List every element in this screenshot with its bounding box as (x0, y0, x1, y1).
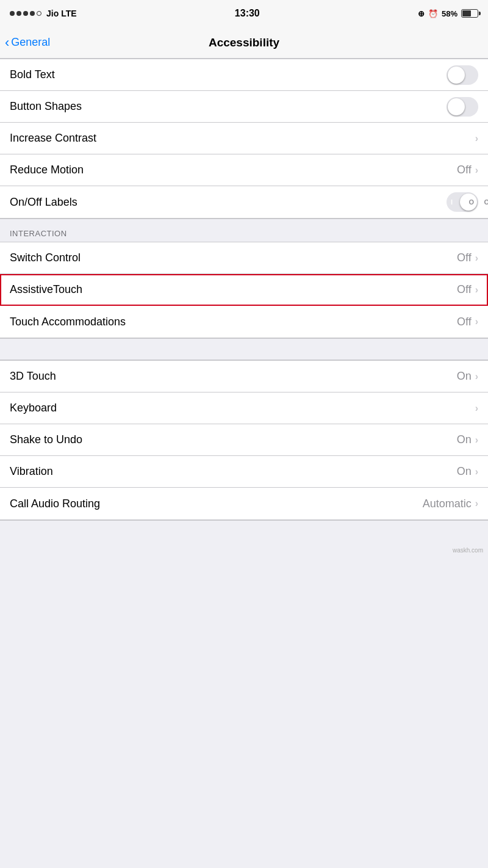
switch-control-label: Switch Control (10, 251, 81, 264)
button-shapes-knob (448, 98, 465, 115)
reduce-motion-right: Off › (457, 164, 478, 176)
keyboard-right: › (475, 403, 478, 414)
status-bar: Jio LTE 13:30 ⊕ ⏰ 58% (0, 0, 488, 27)
onoff-labels-toggle[interactable]: I O (447, 192, 478, 212)
battery-icon (461, 9, 478, 18)
3d-touch-label: 3D Touch (10, 370, 56, 383)
back-label: General (11, 36, 50, 49)
bottom-spacer (0, 520, 488, 544)
reduce-motion-value: Off (457, 164, 472, 176)
switch-control-chevron-icon: › (475, 253, 478, 264)
call-audio-routing-label: Call Audio Routing (10, 497, 100, 510)
touch-accommodations-chevron-icon: › (475, 316, 478, 327)
settings-row-bold-text[interactable]: Bold Text (0, 59, 488, 91)
onoff-label-o: O (468, 198, 474, 206)
increase-contrast-label: Increase Contrast (10, 132, 96, 145)
watermark: waskh.com (0, 544, 488, 556)
reduce-motion-chevron-icon: › (475, 165, 478, 176)
lock-icon: ⊕ (418, 9, 425, 18)
assistive-touch-value: Off (457, 283, 472, 296)
vibration-label: Vibration (10, 465, 53, 478)
3d-touch-chevron-icon: › (475, 371, 478, 382)
call-audio-routing-value: Automatic (423, 497, 472, 510)
settings-row-assistive-touch[interactable]: AssistiveTouch Off › (0, 274, 488, 306)
call-audio-routing-right: Automatic › (423, 497, 478, 510)
onoff-labels-right: I O (447, 192, 478, 212)
shake-to-undo-value: On (457, 433, 472, 446)
switch-control-right: Off › (457, 251, 478, 264)
onoff-label-i: I (451, 198, 453, 206)
settings-row-call-audio-routing[interactable]: Call Audio Routing Automatic › (0, 488, 488, 519)
settings-row-button-shapes[interactable]: Button Shapes (0, 91, 488, 123)
3d-touch-right: On › (457, 370, 478, 383)
carrier-label: Jio (46, 9, 59, 18)
battery-fill (462, 10, 471, 16)
bold-text-toggle[interactable] (447, 65, 478, 85)
button-shapes-label: Button Shapes (10, 100, 82, 113)
shake-to-undo-chevron-icon: › (475, 435, 478, 446)
assistive-touch-label: AssistiveTouch (10, 283, 82, 296)
vibration-chevron-icon: › (475, 466, 478, 477)
status-left: Jio LTE (10, 9, 77, 18)
keyboard-chevron-icon: › (475, 403, 478, 414)
vibration-value: On (457, 465, 472, 478)
network-label: LTE (61, 9, 76, 18)
settings-row-shake-to-undo[interactable]: Shake to Undo On › (0, 424, 488, 456)
settings-row-reduce-motion[interactable]: Reduce Motion Off › (0, 154, 488, 186)
increase-contrast-chevron-icon: › (475, 133, 478, 144)
call-audio-routing-chevron-icon: › (475, 498, 478, 509)
signal-dot-1 (10, 11, 15, 16)
settings-row-increase-contrast[interactable]: Increase Contrast › (0, 123, 488, 154)
section-spacer-2 (0, 338, 488, 360)
status-right: ⊕ ⏰ 58% (418, 9, 478, 18)
time-label: 13:30 (235, 8, 260, 19)
onoff-labels-label: On/Off Labels (10, 196, 77, 209)
navigation-bar: ‹ General Accessibility (0, 27, 488, 59)
signal-dot-4 (30, 11, 35, 16)
page-title: Accessibility (209, 36, 279, 49)
touch-accommodations-right: Off › (457, 316, 478, 328)
interaction-section: Switch Control Off › AssistiveTouch Off … (0, 242, 488, 338)
signal-dot-2 (16, 11, 21, 16)
signal-icon (10, 11, 41, 16)
battery-bar (461, 9, 478, 18)
reduce-motion-label: Reduce Motion (10, 164, 84, 176)
bold-text-knob (448, 67, 465, 84)
vibration-right: On › (457, 465, 478, 478)
shake-to-undo-right: On › (457, 433, 478, 446)
switch-control-value: Off (457, 251, 472, 264)
back-chevron-icon: ‹ (5, 36, 9, 49)
button-shapes-right (447, 97, 478, 117)
settings-row-touch-accommodations[interactable]: Touch Accommodations Off › (0, 306, 488, 338)
bold-text-right (447, 65, 478, 85)
assistive-touch-chevron-icon: › (475, 284, 478, 295)
settings-row-vibration[interactable]: Vibration On › (0, 456, 488, 488)
touch-accommodations-label: Touch Accommodations (10, 316, 126, 328)
settings-row-3d-touch[interactable]: 3D Touch On › (0, 361, 488, 392)
signal-dot-5 (37, 11, 41, 16)
settings-row-onoff-labels[interactable]: On/Off Labels I O (0, 186, 488, 218)
shake-to-undo-label: Shake to Undo (10, 433, 82, 446)
back-button[interactable]: ‹ General (5, 36, 50, 49)
assistive-touch-right: Off › (457, 283, 478, 296)
keyboard-label: Keyboard (10, 402, 57, 414)
alarm-icon: ⏰ (428, 9, 438, 18)
section3: 3D Touch On › Keyboard › Shake to Undo O… (0, 360, 488, 520)
bold-text-label: Bold Text (10, 68, 55, 81)
signal-dot-3 (23, 11, 28, 16)
3d-touch-value: On (457, 370, 472, 383)
button-shapes-toggle[interactable] (447, 97, 478, 117)
increase-contrast-right: › (475, 133, 478, 144)
battery-percent: 58% (442, 9, 458, 18)
interaction-section-header: INTERACTION (0, 219, 488, 242)
settings-row-switch-control[interactable]: Switch Control Off › (0, 242, 488, 274)
display-section: Bold Text Button Shapes Increase Contras… (0, 59, 488, 219)
touch-accommodations-value: Off (457, 316, 472, 328)
settings-row-keyboard[interactable]: Keyboard › (0, 392, 488, 424)
